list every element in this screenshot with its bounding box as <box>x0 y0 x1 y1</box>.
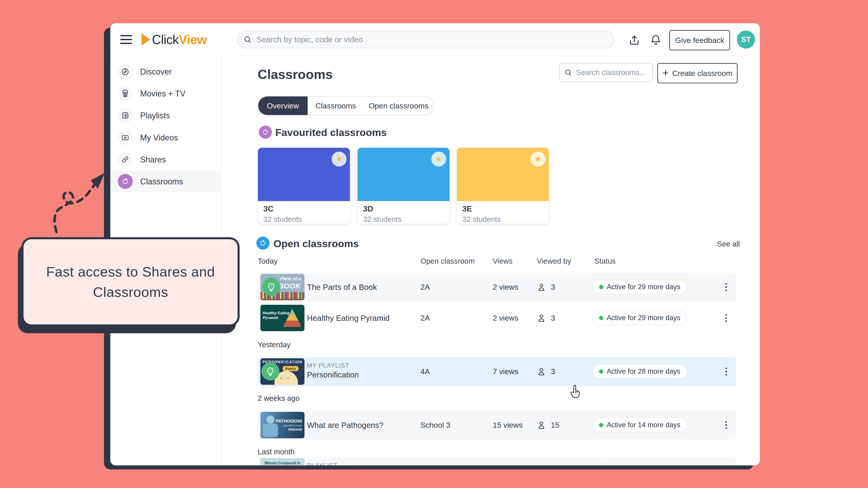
give-feedback-button[interactable]: Give feedback <box>669 30 730 51</box>
feature-callout: Fast access to Shares and Classrooms <box>22 237 240 326</box>
create-classroom-label: Create classroom <box>672 69 733 78</box>
classroom-students: 32 students <box>462 215 501 224</box>
tab-open-classrooms[interactable]: Open classrooms <box>364 96 434 115</box>
thumb-text: PATHOGENS <box>276 419 302 424</box>
thumb-text: Parts of a <box>280 276 301 281</box>
classroom-name: 3D <box>363 204 373 213</box>
table-row-healthy-eating[interactable]: Healthy Eating Pyramid Healthy Eating Py… <box>258 304 736 332</box>
sidebar-item-my-videos[interactable]: My Videos <box>110 127 221 149</box>
see-all-link[interactable]: See all <box>717 240 740 248</box>
favourite-star-icon[interactable] <box>431 152 446 166</box>
annotation-arrow <box>46 166 123 240</box>
clickview-logo: ClickView <box>142 32 207 47</box>
lightbulb-icon: ? <box>262 278 280 296</box>
sidebar-label: Shares <box>140 149 166 170</box>
discover-compass-icon <box>118 64 133 79</box>
row-menu-kebab-icon[interactable] <box>719 357 733 386</box>
sidebar-label: Playlists <box>140 105 170 127</box>
hamburger-menu-icon[interactable] <box>120 35 132 44</box>
svg-text:?: ? <box>270 284 272 288</box>
table-row-mitosis[interactable]: Mitosis Compared to Meiosis PLAYLIST <box>258 457 736 465</box>
page-title: Classrooms <box>258 67 333 82</box>
video-icon <box>118 130 133 145</box>
status-badge: Active for 14 more days <box>592 418 687 432</box>
classroom-name: 3C <box>264 204 274 213</box>
classroom-students: 32 students <box>363 215 402 224</box>
row-classroom: School 3 <box>421 411 450 440</box>
table-row-parts-of-a-book[interactable]: Parts of a BOOK ? The Parts of a Book 2A… <box>258 273 736 301</box>
status-dot <box>599 285 603 289</box>
video-thumbnail: Parts of a BOOK ? <box>260 274 305 300</box>
classrooms-search-input[interactable] <box>576 68 648 77</box>
search-icon <box>564 68 572 76</box>
status-badge: Active for 29 more days <box>592 280 687 294</box>
thumb-text: AND INFECTIOUS <box>283 424 302 427</box>
create-classroom-button[interactable]: + Create classroom <box>657 63 738 84</box>
row-views: 2 views <box>493 304 518 332</box>
status-text: Active for 29 more days <box>607 314 680 322</box>
thumb-tag: Poetry <box>283 366 299 371</box>
favourite-star-icon[interactable] <box>332 152 346 166</box>
group-label-last-month: Last month <box>258 448 294 456</box>
sidebar-item-playlists[interactable]: Playlists <box>110 105 221 127</box>
app-header: ClickView Give feedback ST <box>110 23 760 56</box>
notifications-bell-icon[interactable] <box>649 34 662 46</box>
tab-label: Overview <box>267 101 299 110</box>
group-label-2-weeks-ago: 2 weeks ago <box>258 394 300 402</box>
row-classroom: 4A <box>421 357 430 386</box>
status-text: Active for 28 more days <box>607 367 680 376</box>
row-views: 2 views <box>493 273 518 301</box>
status-dot <box>599 316 603 320</box>
thumb-text: Mitosis Compared to Meiosis <box>260 461 305 465</box>
row-title: What are Pathogens? <box>307 411 383 440</box>
sidebar-label: Movies + TV <box>140 83 185 105</box>
give-feedback-label: Give feedback <box>675 36 724 45</box>
row-views: 7 views <box>493 357 518 386</box>
user-avatar[interactable]: ST <box>737 31 755 48</box>
popcorn-icon <box>118 86 133 101</box>
sidebar-item-movies-tv[interactable]: Movies + TV <box>110 83 221 105</box>
classrooms-search[interactable] <box>559 63 653 82</box>
row-viewed-by: 3 <box>551 273 555 301</box>
classroom-card-3c[interactable]: 3C 32 students <box>258 148 350 224</box>
sidebar-label: Discover <box>140 61 172 83</box>
callout-text: Fast access to Shares and Classrooms <box>45 262 217 302</box>
sidebar-item-classrooms[interactable]: Classrooms <box>110 170 221 193</box>
group-label-today: Today <box>258 257 278 265</box>
search-icon <box>243 35 252 44</box>
global-search-input[interactable] <box>256 35 608 44</box>
classroom-card-3e[interactable]: 3E 32 students <box>457 148 549 224</box>
row-subtitle: PLAYLIST <box>307 462 338 465</box>
row-menu-kebab-icon[interactable] <box>719 304 733 332</box>
sidebar-item-discover[interactable]: Discover <box>110 61 221 83</box>
column-viewed-by: Viewed by <box>537 257 571 265</box>
row-menu-kebab-icon[interactable] <box>719 273 733 301</box>
global-search[interactable] <box>237 31 614 48</box>
row-viewed-by: 3 <box>551 304 555 332</box>
classroom-card-3d[interactable]: 3D 32 students <box>358 148 450 224</box>
person-icon <box>536 366 546 377</box>
table-row-pathogens[interactable]: PATHOGENS AND INFECTIOUS DISEASE What ar… <box>258 411 736 440</box>
column-status: Status <box>594 257 616 265</box>
upload-icon[interactable] <box>628 34 641 46</box>
logo-text-click: Click <box>152 32 179 47</box>
tab-classrooms[interactable]: Classrooms <box>308 96 364 115</box>
favourited-heading: Favourited classrooms <box>275 127 387 138</box>
classroom-name: 3E <box>462 204 472 213</box>
row-views: 15 views <box>493 411 523 440</box>
table-row-personification[interactable]: PERSONIFICATION Poetry ? MY PLAYLIST Per… <box>258 357 736 386</box>
row-menu-kebab-icon[interactable] <box>719 411 733 440</box>
open-classrooms-heading: Open classrooms <box>274 238 359 250</box>
tab-label: Open classrooms <box>369 101 429 110</box>
row-classroom: 2A <box>421 273 430 301</box>
status-dot <box>599 369 603 374</box>
video-thumbnail: PATHOGENS AND INFECTIOUS DISEASE <box>260 412 305 438</box>
favourite-star-icon[interactable] <box>530 152 546 166</box>
sidebar-item-shares[interactable]: Shares <box>110 149 221 170</box>
classroom-students: 32 students <box>264 215 302 224</box>
column-open-classroom: Open classroom <box>421 257 475 265</box>
tab-overview[interactable]: Overview <box>258 96 308 115</box>
favourited-apple-icon <box>259 126 272 139</box>
row-viewed-by: 15 <box>551 411 559 440</box>
status-badge <box>592 464 610 465</box>
